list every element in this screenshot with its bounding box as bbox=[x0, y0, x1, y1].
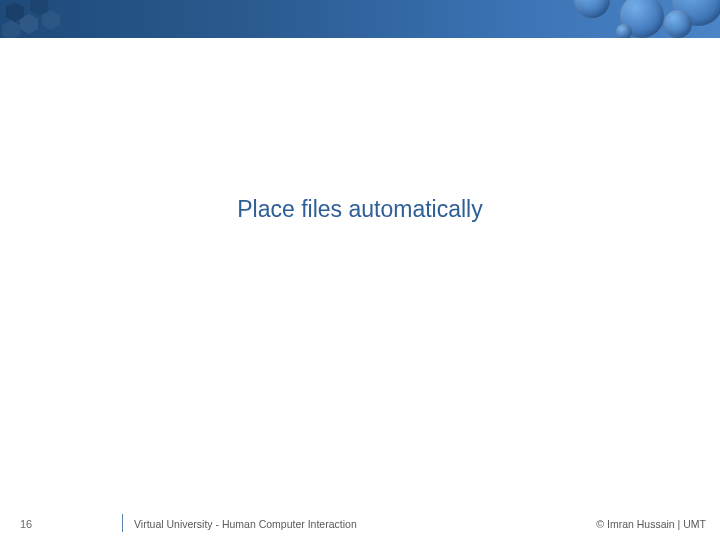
hex-pattern bbox=[42, 10, 60, 30]
footer-divider bbox=[122, 514, 123, 532]
footer-left-text: Virtual University - Human Computer Inte… bbox=[134, 518, 357, 530]
decorative-circle bbox=[616, 24, 632, 38]
page-number: 16 bbox=[0, 518, 52, 530]
hex-pattern bbox=[2, 20, 20, 38]
decorative-circle bbox=[664, 10, 692, 38]
slide-title: Place files automatically bbox=[0, 196, 720, 223]
decorative-circle bbox=[574, 0, 610, 18]
slide-footer: 16 Virtual University - Human Computer I… bbox=[0, 508, 720, 540]
header-decorative-band bbox=[0, 0, 720, 38]
footer-right-text: © Imran Hussain | UMT bbox=[596, 518, 706, 530]
